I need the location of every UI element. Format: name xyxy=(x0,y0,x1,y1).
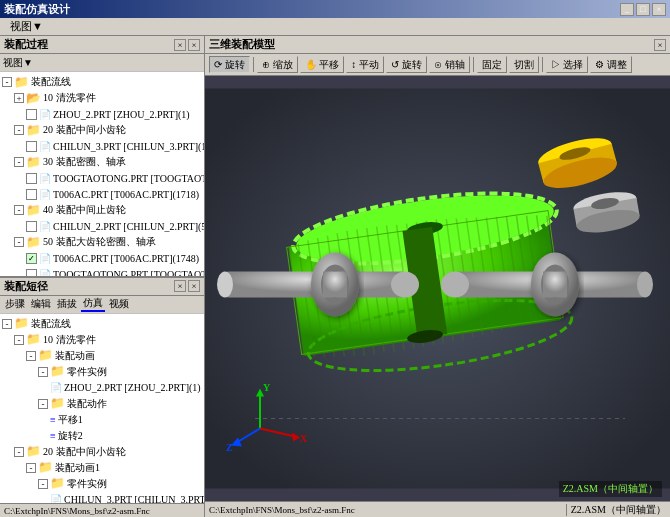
tree-expand[interactable]: - xyxy=(14,125,24,135)
tree-item[interactable]: 📄 CHILUN_3.PRT [CHILUN_3.PRT](1404) xyxy=(0,138,204,154)
left-top-close[interactable]: × xyxy=(188,39,200,51)
tree-checkbox[interactable] xyxy=(26,189,37,200)
svg-text:Y: Y xyxy=(263,382,271,393)
tree-expand[interactable]: - xyxy=(38,479,48,489)
btn-select[interactable]: ▷ 选择 xyxy=(546,56,589,73)
tree-item[interactable]: + 📂 10 清洗零件 xyxy=(0,90,204,106)
tree-item[interactable]: - 📁 50 装配大齿轮密圈、轴承 xyxy=(0,234,204,250)
tree-item[interactable]: 📄 CHILUN_3.PRT [CHILUN_3.PRT xyxy=(0,492,204,504)
left-top-title: 装配过程 xyxy=(4,37,48,52)
btn-rotate[interactable]: ⟳ 旋转 xyxy=(209,56,250,73)
tree-item[interactable]: 📄 TOOGTAOTONG.PRT [TOOGTAOTONG.PRT] xyxy=(0,170,204,186)
file-icon: 📄 xyxy=(39,141,51,152)
file-icon: 📄 xyxy=(50,494,62,503)
tree-item[interactable]: 📄 TOOGTAOTONG.PRT [TOOGTAOTONG.PRT](1) xyxy=(0,266,204,276)
btn-fixed[interactable]: 固定 xyxy=(477,56,507,73)
btn-cut[interactable]: 切割 xyxy=(509,56,539,73)
tree-item[interactable]: - 📁 20 装配中间小齿轮 xyxy=(0,444,204,460)
tree-item[interactable]: - 📁 装配动画 xyxy=(0,348,204,364)
tree-item[interactable]: - 📁 10 清洗零件 xyxy=(0,332,204,348)
assembly-process-tree[interactable]: - 📁 装配流线 + 📂 10 清洗零件 📄 ZHOU_2.PRT [ZHOU_… xyxy=(0,72,204,276)
tree-toolbar-view[interactable]: 视图▼ xyxy=(3,56,33,70)
assembly-sequence-tree[interactable]: - 📁 装配流线 - 📁 10 清洗零件 - 📁 装配动画 - 📁 xyxy=(0,314,204,504)
left-bottom-close[interactable]: × xyxy=(188,280,200,292)
tree-item[interactable]: - 📁 40 装配中间止齿轮 xyxy=(0,202,204,218)
status-assembly: Z2.ASM（中间轴置） xyxy=(571,503,666,517)
tab-video[interactable]: 视频 xyxy=(107,297,131,312)
svg-text:Z: Z xyxy=(226,442,233,453)
tree-expand[interactable]: - xyxy=(38,367,48,377)
viewport-3d[interactable]: Y X Z Z2.ASM（中间轴置） xyxy=(205,76,670,501)
svg-point-38 xyxy=(391,272,419,298)
btn-pan[interactable]: ✋ 平移 xyxy=(300,56,345,73)
tree-expand[interactable]: - xyxy=(2,319,12,329)
maximize-button[interactable]: □ xyxy=(636,3,650,16)
tree-item[interactable]: - 📁 装配动画1 xyxy=(0,460,204,476)
app-title: 装配仿真设计 xyxy=(4,2,70,17)
tab-edit[interactable]: 编辑 xyxy=(29,297,53,312)
tree-expand[interactable]: + xyxy=(14,93,24,103)
tree-item[interactable]: - 📁 装配流线 xyxy=(0,316,204,332)
tree-item[interactable]: - 📁 30 装配密圈、轴承 xyxy=(0,154,204,170)
tree-label: 零件实例 xyxy=(67,477,107,491)
tree-expand[interactable]: - xyxy=(14,447,24,457)
tree-expand[interactable]: - xyxy=(14,237,24,247)
tree-label: 装配流线 xyxy=(31,75,71,89)
left-top-pin[interactable]: × xyxy=(174,39,186,51)
tree-item[interactable]: ≡ 旋转2 xyxy=(0,428,204,444)
tree-item[interactable]: 📄 T006AC.PRT [T006AC.PRT](1718) xyxy=(0,186,204,202)
tab-insert-remove[interactable]: 插拔 xyxy=(55,297,79,312)
minimize-button[interactable]: _ xyxy=(620,3,634,16)
tree-label: 10 清洗零件 xyxy=(43,91,96,105)
toolbar-sep xyxy=(253,57,254,72)
tree-item[interactable]: 📄 ZHOU_2.PRT [ZHOU_2.PRT](1) xyxy=(0,380,204,396)
tree-expand[interactable]: - xyxy=(26,463,36,473)
tree-checkbox[interactable] xyxy=(26,173,37,184)
status-right: Z2.ASM（中间轴置） xyxy=(566,503,666,517)
status-left: C:\ExtchpIn\FNS\Mons_bsf\z2-asm.Fnc xyxy=(209,505,355,515)
close-button[interactable]: × xyxy=(652,3,666,16)
btn-zoom[interactable]: ⊕ 缩放 xyxy=(257,56,298,73)
tree-item[interactable]: - 📁 装配流线 xyxy=(0,74,204,90)
tree-label: 30 装配密圈、轴承 xyxy=(43,155,126,169)
tree-checkbox[interactable] xyxy=(26,109,37,120)
tree-item[interactable]: ✓ 📄 T006AC.PRT [T006AC.PRT](1748) xyxy=(0,250,204,266)
right-panel-close[interactable]: × xyxy=(654,39,666,51)
tree-checkbox[interactable]: ✓ xyxy=(26,253,37,264)
tree-item[interactable]: - 📁 装配动作 xyxy=(0,396,204,412)
tree-checkbox[interactable] xyxy=(26,269,37,276)
tree-expand[interactable]: - xyxy=(2,77,12,87)
tree-checkbox[interactable] xyxy=(26,141,37,152)
action-icon: ≡ xyxy=(50,414,56,425)
folder-icon: 📁 xyxy=(50,364,65,379)
tree-label: 10 清洗零件 xyxy=(43,333,96,347)
path-bar: C:\ExtchpIn\FNS\Mons_bsf\z2-asm.Fnc xyxy=(0,503,204,517)
tree-expand[interactable]: - xyxy=(14,157,24,167)
right-panel-title: 三维装配模型 xyxy=(209,37,275,52)
tree-item[interactable]: ≡ 平移1 xyxy=(0,412,204,428)
svg-rect-46 xyxy=(323,272,347,298)
tree-label: TOOGTAOTONG.PRT [TOOGTAOTONG.PRT] xyxy=(53,173,204,184)
tree-item[interactable]: - 📁 零件实例 xyxy=(0,364,204,380)
tree-expand[interactable]: - xyxy=(14,335,24,345)
tree-checkbox[interactable] xyxy=(26,221,37,232)
tab-step[interactable]: 步骤 xyxy=(3,297,27,312)
scene-svg: Y X Z xyxy=(205,76,670,501)
btn-axis[interactable]: ⊙ 销轴 xyxy=(429,56,470,73)
btn-spin[interactable]: ↺ 旋转 xyxy=(386,56,427,73)
menu-view[interactable]: 视图▼ xyxy=(4,18,49,35)
tab-simulate[interactable]: 仿真 xyxy=(81,297,105,312)
asm-status-label: Z2.ASM（中间轴置） xyxy=(559,481,662,497)
tree-item[interactable]: - 📁 零件实例 xyxy=(0,476,204,492)
tree-label: TOOGTAOTONG.PRT [TOOGTAOTONG.PRT](1) xyxy=(53,269,204,276)
left-bottom-pin[interactable]: × xyxy=(174,280,186,292)
tree-expand[interactable]: - xyxy=(26,351,36,361)
tree-expand[interactable]: - xyxy=(38,399,48,409)
btn-adjust[interactable]: ⚙ 调整 xyxy=(590,56,632,73)
btn-translate[interactable]: ↕ 平动 xyxy=(346,56,384,73)
tree-item[interactable]: 📄 ZHOU_2.PRT [ZHOU_2.PRT](1) xyxy=(0,106,204,122)
tree-item[interactable]: - 📁 20 装配中间小齿轮 xyxy=(0,122,204,138)
tree-item[interactable]: 📄 CHILUN_2.PRT [CHILUN_2.PRT](53) xyxy=(0,218,204,234)
status-bar: C:\ExtchpIn\FNS\Mons_bsf\z2-asm.Fnc Z2.A… xyxy=(205,501,670,517)
tree-expand[interactable]: - xyxy=(14,205,24,215)
